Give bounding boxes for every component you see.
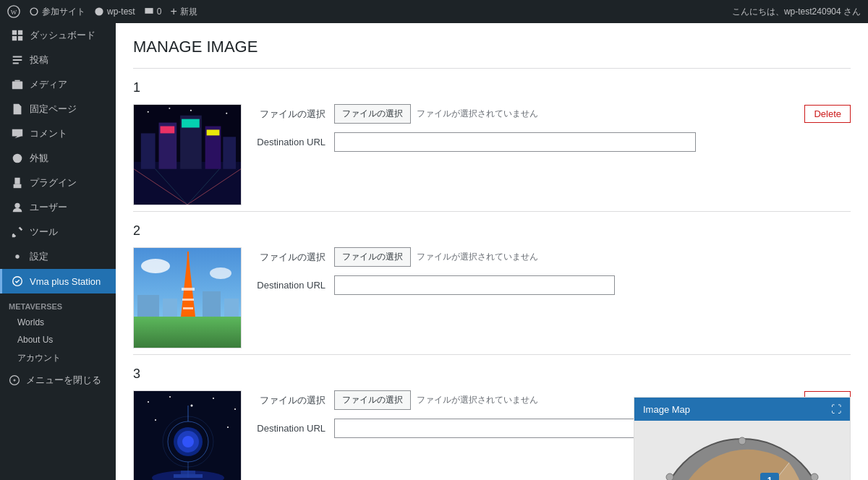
image-fields-1: ファイルの選択 ファイルの選択 ファイルが選択されていません Delete De…	[253, 104, 851, 152]
svg-rect-15	[141, 133, 156, 168]
sidebar-item-plugins[interactable]: プラグイン	[0, 171, 116, 195]
site-link[interactable]: 参加サイト	[29, 6, 85, 18]
close-menu-button[interactable]: メニューを閉じる	[0, 368, 116, 393]
svg-point-29	[190, 110, 192, 111]
sidebar: ダッシュボード 投稿 メディア 固定ページ コメント 外観 プラグイン ユーザ	[0, 23, 116, 480]
sidebar-item-users[interactable]: ユーザー	[0, 195, 116, 220]
file-choose-button-3[interactable]: ファイルの選択	[334, 390, 411, 410]
svg-rect-4	[12, 36, 17, 40]
destination-url-input-1[interactable]	[334, 132, 696, 152]
sidebar-item-dashboard[interactable]: ダッシュボード	[0, 23, 116, 48]
file-field-row-2: ファイルの選択 ファイルの選択 ファイルが選択されていません	[253, 247, 615, 267]
sidebar-item-comments[interactable]: コメント	[0, 121, 116, 146]
sidebar-item-pages[interactable]: 固定ページ	[0, 97, 116, 121]
page-title: MANAGE IMAGE	[133, 38, 851, 56]
file-no-file-1: ファイルが選択されていません	[417, 108, 538, 120]
svg-rect-19	[223, 137, 236, 168]
svg-point-79	[191, 405, 193, 407]
svg-rect-22	[207, 129, 220, 135]
file-label-3: ファイルの選択	[253, 394, 326, 407]
url-field-row-1: Destination URL	[253, 132, 851, 152]
image-map-title: Image Map	[643, 404, 690, 415]
comments-link[interactable]: 0	[144, 7, 162, 17]
svg-point-78	[169, 396, 171, 398]
svg-point-35	[210, 267, 231, 279]
svg-rect-39	[182, 299, 194, 301]
metaverses-section-title: Metaverses	[0, 293, 116, 314]
svg-rect-40	[183, 307, 193, 309]
section-number-2: 2	[133, 223, 851, 239]
svg-point-34	[141, 259, 170, 273]
destination-label-3: Destination URL	[253, 423, 326, 434]
svg-point-82	[155, 419, 156, 421]
delete-button-1[interactable]: Delete	[804, 105, 851, 123]
image-section-2: 2	[133, 223, 851, 355]
section-number-1: 1	[133, 80, 851, 95]
image-thumb-1	[133, 104, 242, 205]
file-label-1: ファイルの選択	[253, 108, 326, 121]
sidebar-item-tools[interactable]: ツール	[0, 220, 116, 244]
svg-rect-3	[18, 30, 22, 35]
svg-point-30	[226, 113, 227, 114]
image-fields-2: ファイルの選択 ファイルの選択 ファイルが選択されていません Destinati…	[253, 247, 615, 295]
svg-text:1: 1	[767, 476, 773, 480]
file-choose-button-1[interactable]: ファイルの選択	[334, 104, 411, 124]
svg-point-81	[234, 408, 236, 410]
image-thumb-3	[133, 390, 242, 480]
sidebar-sub-about-us[interactable]: About Us	[0, 331, 116, 348]
svg-point-77	[148, 401, 149, 403]
svg-point-51	[666, 473, 673, 480]
section-number-3: 3	[133, 367, 851, 382]
svg-rect-41	[137, 295, 159, 317]
svg-rect-2	[12, 30, 17, 35]
svg-rect-93	[181, 471, 195, 474]
sidebar-item-appearance[interactable]: 外観	[0, 146, 116, 171]
main-content: MANAGE IMAGE 1	[116, 23, 868, 480]
wptest-link[interactable]: wp-test	[94, 7, 135, 17]
svg-point-83	[227, 427, 229, 428]
admin-bar-left: W 参加サイト wp-test 0 + 新規	[7, 5, 197, 18]
section-divider-1	[133, 211, 851, 212]
svg-rect-33	[134, 317, 242, 348]
svg-rect-6	[12, 82, 22, 90]
destination-label-2: Destination URL	[253, 280, 326, 291]
file-no-file-3: ファイルが選択されていません	[417, 394, 538, 406]
svg-rect-38	[182, 288, 195, 291]
sidebar-sub-account[interactable]: アカウント	[0, 348, 116, 368]
svg-rect-43	[203, 291, 221, 317]
image-map-popup: Image Map ⛶	[634, 397, 851, 480]
new-link[interactable]: + 新規	[170, 5, 197, 18]
section-divider-2	[133, 354, 851, 355]
admin-bar: W 参加サイト wp-test 0 + 新規 こんにちは、wp-test2409…	[0, 0, 868, 23]
file-choose-button-2[interactable]: ファイルの選択	[334, 247, 411, 267]
svg-rect-92	[174, 474, 203, 478]
url-field-row-2: Destination URL	[253, 275, 615, 295]
destination-url-input-2[interactable]	[334, 275, 615, 295]
sidebar-item-media[interactable]: メディア	[0, 72, 116, 97]
image-row-1: ファイルの選択 ファイルの選択 ファイルが選択されていません Delete De…	[133, 104, 851, 205]
svg-point-28	[169, 108, 170, 109]
sidebar-item-settings[interactable]: 設定	[0, 244, 116, 269]
svg-rect-44	[224, 299, 239, 317]
svg-point-80	[213, 398, 214, 399]
svg-text:W: W	[11, 9, 17, 16]
svg-point-7	[13, 154, 22, 163]
svg-point-9	[14, 203, 20, 208]
destination-label-1: Destination URL	[253, 137, 326, 147]
sidebar-item-vma[interactable]: Vma plus Station	[0, 269, 116, 293]
sidebar-item-posts[interactable]: 投稿	[0, 48, 116, 72]
svg-rect-21	[182, 119, 200, 128]
wp-logo-item[interactable]: W	[7, 5, 20, 18]
file-input-group-2: ファイルの選択 ファイルが選択されていません	[334, 247, 615, 267]
svg-point-88	[182, 436, 194, 447]
svg-point-47	[811, 473, 818, 480]
title-divider	[133, 68, 851, 69]
file-label-2: ファイルの選択	[253, 251, 326, 264]
file-no-file-2: ファイルが選択されていません	[417, 251, 538, 263]
sidebar-menu: ダッシュボード 投稿 メディア 固定ページ コメント 外観 プラグイン ユーザ	[0, 23, 116, 293]
sidebar-sub-worlds[interactable]: Worlds	[0, 314, 116, 331]
image-row-2: ファイルの選択 ファイルの選択 ファイルが選択されていません Destinati…	[133, 247, 851, 348]
user-greeting: こんにちは、wp-test240904 さん	[732, 6, 861, 18]
image-map-expand-icon[interactable]: ⛶	[831, 403, 841, 415]
svg-rect-42	[163, 299, 177, 317]
